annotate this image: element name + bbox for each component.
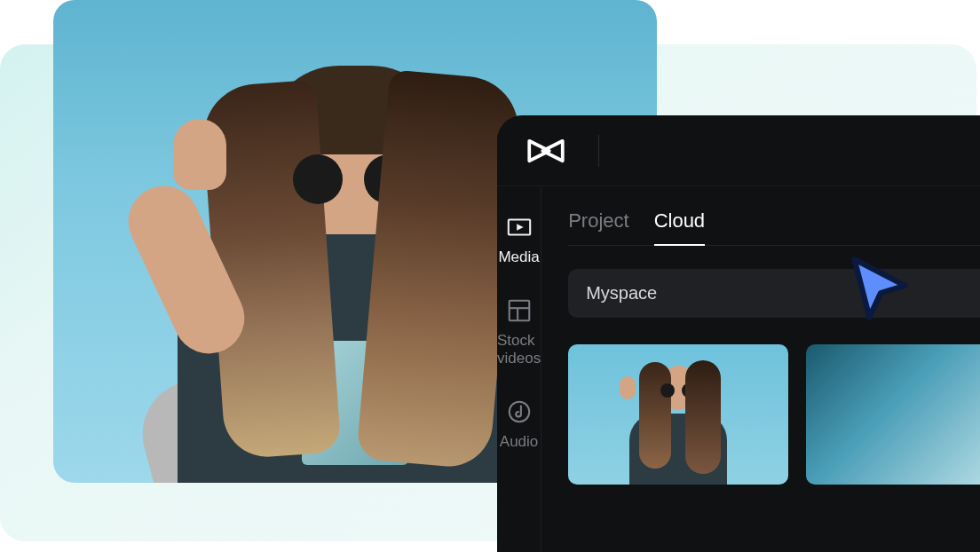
media-icon — [505, 213, 533, 241]
topbar-divider — [598, 135, 599, 167]
sidebar-item-label: Stock videos — [497, 332, 541, 367]
tab-cloud[interactable]: Cloud — [654, 209, 705, 245]
svg-rect-1 — [509, 301, 529, 321]
tabs: Project Cloud — [568, 209, 980, 246]
editor-topbar — [497, 115, 980, 186]
space-select[interactable]: Myspace — [568, 269, 980, 318]
audio-icon — [505, 398, 533, 426]
main-panel: Project Cloud Myspace — [541, 186, 980, 552]
sidebar-item-stock-videos[interactable]: Stock videos — [497, 296, 541, 367]
media-thumbnail[interactable] — [806, 344, 980, 485]
media-thumbnails — [568, 344, 980, 485]
stock-videos-icon — [505, 296, 533, 325]
space-selected-label: Myspace — [586, 283, 657, 303]
tab-project[interactable]: Project — [568, 209, 628, 245]
sidebar-item-label: Audio — [500, 433, 538, 451]
media-thumbnail[interactable] — [568, 344, 788, 485]
sidebar-item-media[interactable]: Media — [498, 213, 539, 266]
sidebar-item-audio[interactable]: Audio — [500, 398, 538, 451]
app-logo-icon[interactable] — [527, 138, 565, 164]
sidebar: Media Stock videos — [497, 186, 541, 552]
sidebar-item-label: Media — [498, 248, 539, 266]
editor-panel: Media Stock videos — [497, 115, 980, 552]
